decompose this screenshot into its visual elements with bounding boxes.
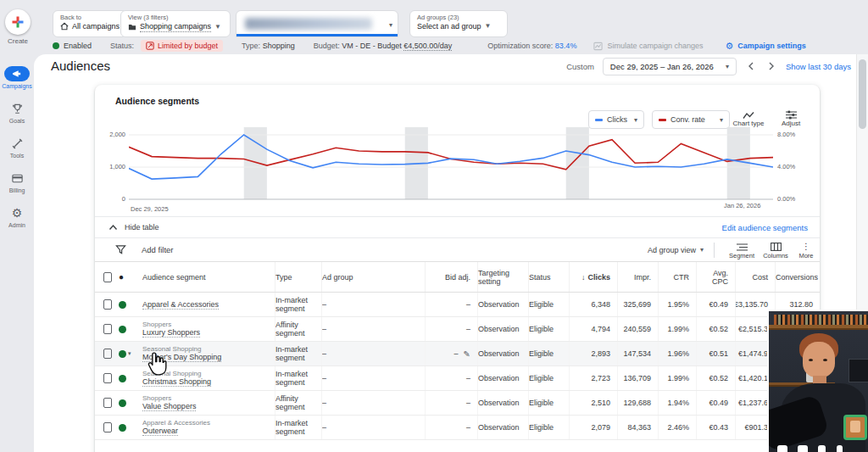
- bid-adj-cell[interactable]: –✎: [426, 317, 478, 341]
- scrollbar-thumb[interactable]: [859, 59, 866, 129]
- row-checkbox[interactable]: [103, 324, 112, 334]
- table-row[interactable]: ▾ Shoppers Value Shoppers Affinity segme…: [95, 391, 820, 416]
- more-button[interactable]: ⋮ More: [793, 241, 820, 259]
- select-all-checkbox[interactable]: [103, 272, 112, 282]
- impr-cell: 136,709: [618, 366, 659, 390]
- hide-table-button[interactable]: Hide table: [125, 223, 159, 232]
- col-avg-cpc[interactable]: Avg. CPC: [697, 262, 736, 292]
- segment-button[interactable]: Segment: [725, 241, 759, 259]
- table-row[interactable]: ▾ Apparel & Accessories In-market segmen…: [95, 293, 820, 317]
- overlay-text-fragment: [818, 445, 826, 452]
- table-row[interactable]: ▾ Seasonal Shopping Mother's Day Shoppin…: [95, 342, 820, 366]
- caret-down-icon: ▾: [128, 350, 131, 357]
- columns-button[interactable]: Columns: [759, 241, 793, 259]
- campaign-selector-dropdown[interactable]: ▾: [236, 10, 398, 37]
- ctr-cell: 1.99%: [659, 317, 697, 341]
- credit-card-icon: [0, 170, 34, 186]
- sidebar-item-campaigns[interactable]: Campaigns: [0, 66, 34, 89]
- chevron-up-icon[interactable]: [108, 224, 118, 231]
- bid-adj-cell[interactable]: –✎: [426, 366, 478, 390]
- bid-adj-cell[interactable]: –✎: [426, 293, 478, 316]
- col-targeting-setting[interactable]: Targeting setting: [478, 262, 529, 292]
- col-status[interactable]: Status: [529, 262, 570, 292]
- row-checkbox[interactable]: [103, 349, 112, 359]
- col-conversions[interactable]: Conversions: [776, 262, 820, 292]
- audience-segment-cell[interactable]: Apparel & Accessories: [142, 293, 275, 316]
- enabled-dot-icon: [119, 301, 126, 309]
- next-period-button[interactable]: [765, 62, 777, 71]
- optimization-score[interactable]: Optimization score: 83.4%: [487, 42, 576, 50]
- row-checkbox[interactable]: [103, 422, 112, 432]
- filter-funnel-icon[interactable]: [115, 244, 126, 255]
- col-ctr[interactable]: CTR: [659, 262, 697, 292]
- bid-adj-cell[interactable]: –✎: [426, 416, 478, 439]
- edit-pencil-icon[interactable]: ✎: [464, 349, 470, 359]
- sliders-icon: [771, 109, 810, 120]
- table-row[interactable]: ▾ Seasonal Shopping Christmas Shopping I…: [95, 366, 820, 391]
- status-dot-column-icon: ●: [119, 272, 124, 282]
- bid-adj-cell[interactable]: –✎: [426, 342, 478, 366]
- date-range-dropdown[interactable]: Dec 29, 2025 – Jan 26, 2026 ▾: [603, 58, 737, 75]
- x-axis-end-label: Jan 26, 2026: [724, 202, 760, 209]
- enabled-dot-icon: [119, 375, 126, 382]
- right-axis-tick: 8.00%: [777, 131, 795, 138]
- caret-down-icon: ▾: [634, 116, 637, 124]
- metric-conv-rate-dropdown[interactable]: Conv. rate ▾: [652, 110, 730, 129]
- add-filter-button[interactable]: Add filter: [142, 245, 174, 254]
- date-range-controls: Custom Dec 29, 2025 – Jan 26, 2026 ▾ Sho…: [566, 58, 851, 75]
- overlay-text-fragment: [837, 445, 843, 452]
- metric-clicks-dropdown[interactable]: Clicks ▾: [588, 110, 644, 129]
- audience-segment-cell[interactable]: Apparel & Accessories Outerwear: [142, 416, 275, 439]
- chart-plot-area[interactable]: [129, 127, 773, 204]
- audience-segment-cell[interactable]: Shoppers Value Shoppers: [142, 391, 275, 415]
- enabled-dot-icon: [119, 424, 126, 432]
- edit-audience-segments-link[interactable]: Edit audience segments: [722, 223, 808, 232]
- row-checkbox[interactable]: [103, 373, 112, 383]
- ad-group-cell: –: [322, 317, 426, 341]
- enabled-status[interactable]: Enabled: [53, 42, 92, 50]
- col-cost[interactable]: Cost: [736, 262, 776, 292]
- campaign-view-filter-dropdown[interactable]: View (3 filters) Shopping campaigns ▼: [120, 10, 231, 37]
- ad-group-view-dropdown[interactable]: Ad group view ▾: [648, 246, 704, 254]
- avg-cpc-cell: €0.51: [697, 342, 736, 366]
- chart-type-button[interactable]: Chart type: [729, 109, 768, 127]
- sidebar-item-admin[interactable]: ⚙ Admin: [0, 205, 34, 228]
- prev-period-button[interactable]: [745, 62, 757, 71]
- col-impr[interactable]: Impr.: [618, 262, 659, 292]
- adjust-button[interactable]: Adjust: [771, 109, 810, 127]
- simulate-campaign-changes-button: Simulate campaign changes: [593, 42, 703, 51]
- targeting-setting-cell: Observation: [478, 391, 529, 415]
- ad-group-cell: –: [322, 342, 426, 366]
- campaign-settings-button[interactable]: ⚙ Campaign settings: [725, 41, 805, 52]
- sidebar-item-goals[interactable]: Goals: [0, 101, 34, 124]
- col-bid-adj[interactable]: Bid adj.: [426, 262, 478, 292]
- limited-by-budget-chip[interactable]: Limited by budget: [141, 40, 223, 52]
- caret-down-icon: ▼: [214, 22, 221, 32]
- caret-down-icon: ▾: [720, 116, 723, 124]
- col-clicks[interactable]: ↓Clicks: [570, 262, 618, 292]
- create-button[interactable]: [5, 9, 31, 35]
- left-axis-tick: 0: [97, 195, 125, 203]
- col-type[interactable]: Type: [275, 262, 322, 292]
- col-ad-group[interactable]: Ad group: [322, 262, 426, 292]
- google-ads-app: Create Back to All campaigns View (3 fil…: [0, 0, 868, 452]
- table-row[interactable]: ▾ Shoppers Luxury Shoppers Affinity segm…: [95, 317, 820, 342]
- ad-group-selector-dropdown[interactable]: Ad groups (23) Select an ad group ▼: [409, 10, 508, 37]
- sidebar-item-tools[interactable]: Tools: [0, 136, 34, 159]
- row-checkbox[interactable]: [103, 299, 112, 310]
- sidebar-item-billing[interactable]: Billing: [0, 170, 34, 193]
- back-to-all-campaigns-button[interactable]: Back to All campaigns: [53, 10, 127, 37]
- type-cell: In-market segment: [275, 416, 322, 439]
- status-cell: Eligible: [529, 391, 570, 415]
- row-checkbox[interactable]: [103, 398, 112, 408]
- campaign-status-bar: Enabled Status: Limited by budget Type: …: [53, 39, 806, 53]
- bookshelf-items: [774, 315, 868, 325]
- table-row[interactable]: ▾ Apparel & Accessories Outerwear In-mar…: [95, 416, 820, 440]
- audience-segment-cell[interactable]: Shoppers Luxury Shoppers: [142, 317, 275, 341]
- col-audience-segment[interactable]: Audience segment: [142, 262, 275, 292]
- bid-adj-cell[interactable]: –✎: [426, 391, 478, 415]
- campaign-budget[interactable]: Budget: VM - DE - Budget €4,500.00/day: [314, 42, 453, 50]
- show-last-30-days-link[interactable]: Show last 30 days: [786, 62, 851, 71]
- more-vertical-icon: ⋮: [793, 241, 820, 251]
- type-cell: Affinity segment: [275, 391, 322, 415]
